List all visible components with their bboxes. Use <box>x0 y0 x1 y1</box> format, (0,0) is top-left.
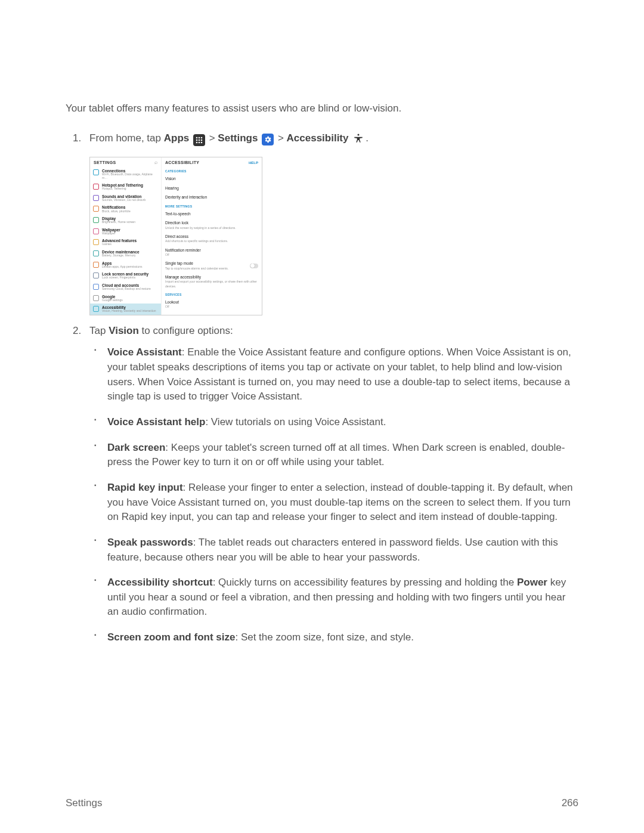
settings-row: Cloud and accountsSamsung Cloud, Backup … <box>90 281 161 293</box>
settings-icon <box>262 134 274 145</box>
accessibility-icon <box>352 132 364 144</box>
row-tts: Text-to-speech <box>162 209 262 218</box>
intro-text: Your tablet offers many features to assi… <box>66 103 578 114</box>
accessibility-label: Accessibility <box>287 132 349 144</box>
row-vision: Vision <box>162 174 262 183</box>
sep1: > <box>209 132 218 144</box>
options-list: Voice Assistant: Enable the Voice Assist… <box>89 345 578 645</box>
apps-icon <box>193 134 205 146</box>
step-1: From home, tap Apps > Settings > Accessi… <box>89 131 578 315</box>
row-icon <box>93 239 99 245</box>
page: Vision Your tablet offers many features … <box>0 0 644 833</box>
row-dexterity: Dexterity and interaction <box>162 193 262 202</box>
row-icon <box>93 295 99 301</box>
help-link: HELP <box>249 160 258 166</box>
toggle-icon <box>250 264 258 268</box>
step2-suffix: to configure options: <box>139 325 233 336</box>
option-item: Speak passwords: The tablet reads out ch… <box>107 535 578 565</box>
settings-row: NotificationsBlock, allow, prioritize <box>90 203 161 215</box>
settings-row: Lock screen and securityLock screen, Fin… <box>90 270 161 281</box>
services-label: SERVICES <box>162 290 262 298</box>
more-settings-label: MORE SETTINGS <box>162 202 262 209</box>
shot-accessibility-pane: ACCESSIBILITY HELP CATEGORIES Vision Hea… <box>162 157 262 315</box>
page-footer: Settings 266 <box>66 797 578 809</box>
option-item: Dark screen: Keeps your tablet's screen … <box>107 441 578 470</box>
svg-point-3 <box>196 140 198 141</box>
sep2: > <box>278 132 287 144</box>
footer-left: Settings <box>66 797 102 809</box>
step1-prefix: From home, tap <box>89 132 164 144</box>
footer-right: 266 <box>562 797 578 809</box>
row-manage-accessibility: Manage accessibilityImport and export yo… <box>162 272 262 290</box>
row-icon <box>93 169 99 175</box>
settings-row: WallpaperWallpaper <box>90 226 161 237</box>
row-icon <box>93 184 99 190</box>
row-icon <box>93 306 99 312</box>
row-icon <box>93 206 99 212</box>
row-icon <box>93 195 99 201</box>
step2-prefix: Tap <box>89 325 109 336</box>
svg-point-8 <box>201 142 203 144</box>
row-direct-access: Direct accessAdd shortcuts to specific s… <box>162 232 262 246</box>
shot-left-header: SETTINGS ⌕ <box>90 157 161 167</box>
svg-point-9 <box>358 134 360 136</box>
settings-row: GoogleGoogle settings <box>90 293 161 304</box>
option-item: Rapid key input: Release your finger to … <box>107 481 578 525</box>
step-2: Tap Vision to configure options: Voice A… <box>89 324 578 645</box>
search-icon: ⌕ <box>154 159 157 166</box>
row-hearing: Hearing <box>162 184 262 193</box>
apps-label: Apps <box>164 132 190 144</box>
settings-row: Advanced featuresGames <box>90 237 161 248</box>
row-direction-lock: Direction lockUnlock the screen by swipi… <box>162 218 262 232</box>
svg-point-4 <box>199 140 200 141</box>
row-icon <box>93 272 99 278</box>
row-icon <box>93 262 99 268</box>
row-icon <box>93 217 99 223</box>
shot-right-title: ACCESSIBILITY <box>165 160 199 166</box>
settings-row: Sounds and vibrationSounds, Vibration, D… <box>90 193 161 204</box>
row-icon <box>93 284 99 290</box>
row-icon <box>93 250 99 256</box>
row-notification-reminder: Notification reminderOff <box>162 246 262 259</box>
svg-point-1 <box>199 137 200 139</box>
row-single-tap: Single tap modeTap to stop/snooze alarms… <box>162 259 262 272</box>
svg-point-6 <box>196 142 198 144</box>
steps-list: From home, tap Apps > Settings > Accessi… <box>66 131 578 645</box>
period: . <box>366 132 369 144</box>
option-item: Voice Assistant: Enable the Voice Assist… <box>107 345 578 404</box>
settings-row: ConnectionsWi-Fi, Bluetooth, Data usage,… <box>90 167 161 181</box>
settings-row: AccessibilityVision, Hearing, Dexterity … <box>90 304 161 315</box>
shot-left-title: SETTINGS <box>94 160 116 166</box>
settings-row: Hotspot and TetheringHotspot, Tethering <box>90 181 161 193</box>
option-item: Screen zoom and font size: Set the zoom … <box>107 630 578 645</box>
option-item: Voice Assistant help: View tutorials on … <box>107 415 578 430</box>
svg-point-0 <box>196 137 198 139</box>
settings-row: DisplayBrightness, Home screen <box>90 215 161 226</box>
shot-right-header: ACCESSIBILITY HELP <box>162 157 262 167</box>
categories-label: CATEGORIES <box>162 167 262 174</box>
svg-point-5 <box>201 140 203 141</box>
settings-label: Settings <box>218 132 258 144</box>
svg-point-7 <box>199 142 200 144</box>
row-lookout: LookoutOff <box>162 298 262 311</box>
settings-row: AppsDefault apps, App permissions <box>90 259 161 271</box>
row-icon <box>93 228 99 234</box>
shot-settings-pane: SETTINGS ⌕ ConnectionsWi-Fi, Bluetooth, … <box>90 157 162 315</box>
vision-label: Vision <box>109 325 139 336</box>
device-screenshot: SETTINGS ⌕ ConnectionsWi-Fi, Bluetooth, … <box>89 157 262 315</box>
settings-row: Device maintenanceBattery, Storage, Memo… <box>90 248 161 259</box>
option-item: Accessibility shortcut: Quickly turns on… <box>107 575 578 620</box>
svg-point-2 <box>201 137 203 139</box>
